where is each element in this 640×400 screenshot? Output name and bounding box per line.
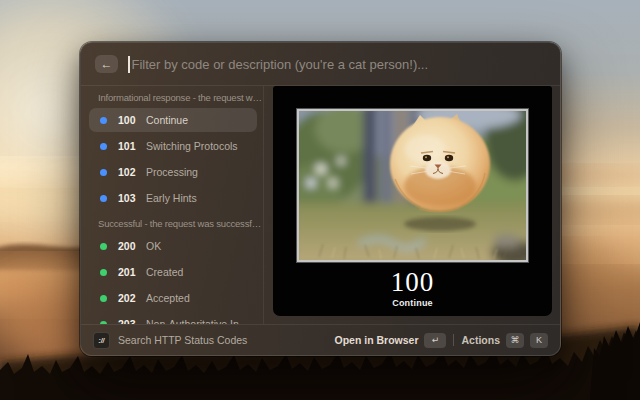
status-code: 102: [118, 166, 144, 178]
http-cat-poster: 100 Continue: [273, 86, 552, 316]
status-description: Switching Protocols: [144, 140, 251, 152]
footer-actions: Open in Browser ↵ Actions ⌘ K: [334, 333, 548, 348]
command-key-icon: ⌘: [506, 333, 524, 348]
status-row-103[interactable]: 103 Early Hints: [89, 186, 257, 210]
flying-cat-illustration: [299, 111, 526, 260]
detail-panel: 100 Continue: [264, 86, 560, 324]
status-description: Accepted: [144, 292, 251, 304]
status-row-200[interactable]: 200 OK: [89, 234, 257, 258]
status-description: OK: [144, 240, 251, 252]
actions-menu-button[interactable]: Actions ⌘ K: [461, 333, 548, 348]
back-button[interactable]: ←: [95, 55, 118, 73]
cat-photo: [297, 109, 528, 262]
status-code: 202: [118, 292, 144, 304]
search-bar: ←: [81, 43, 560, 86]
status-description: Processing: [144, 166, 251, 178]
extension-title: Search HTTP Status Codes: [118, 334, 334, 346]
status-dot-blue: [100, 143, 107, 150]
status-row-203[interactable]: 203 Non-Authoritative Informa…: [89, 312, 257, 324]
status-code: 201: [118, 266, 144, 278]
status-code: 200: [118, 240, 144, 252]
search-input[interactable]: [132, 57, 547, 72]
k-key-icon: K: [530, 333, 548, 348]
status-dot-green: [100, 243, 107, 250]
open-in-browser-button[interactable]: Open in Browser ↵: [334, 333, 446, 348]
text-caret: [128, 56, 130, 73]
raycast-window: ← Informational response - the request w…: [80, 42, 561, 356]
open-in-browser-label: Open in Browser: [334, 334, 418, 346]
section-header-informational: Informational response - the request w…: [81, 86, 263, 108]
status-code-list: Informational response - the request w… …: [81, 86, 264, 324]
footer-separator: [453, 334, 454, 346]
status-code: 101: [118, 140, 144, 152]
status-row-102[interactable]: 102 Processing: [89, 160, 257, 184]
status-dot-green: [100, 295, 107, 302]
status-row-202[interactable]: 202 Accepted: [89, 286, 257, 310]
extension-icon: ://: [93, 332, 110, 349]
status-row-201[interactable]: 201 Created: [89, 260, 257, 284]
footer-bar: :// Search HTTP Status Codes Open in Bro…: [81, 324, 560, 355]
status-dot-green: [100, 269, 107, 276]
content-area: Informational response - the request w… …: [81, 86, 560, 324]
poster-status-code: 100: [391, 268, 435, 296]
status-description: Created: [144, 266, 251, 278]
http-slashes-glyph: ://: [99, 337, 105, 344]
status-description: Early Hints: [144, 192, 251, 204]
return-key-icon: ↵: [424, 333, 446, 348]
status-dot-blue: [100, 195, 107, 202]
section-header-successful: Successful - the request was successf…: [81, 212, 263, 234]
status-dot-blue: [100, 169, 107, 176]
back-arrow-icon: ←: [101, 57, 113, 71]
status-row-101[interactable]: 101 Switching Protocols: [89, 134, 257, 158]
status-description: Continue: [144, 114, 251, 126]
poster-caption: Continue: [392, 298, 433, 308]
actions-label: Actions: [461, 334, 500, 346]
status-dot-blue: [100, 117, 107, 124]
status-code: 103: [118, 192, 144, 204]
status-row-100[interactable]: 100 Continue: [89, 108, 257, 132]
status-code: 100: [118, 114, 144, 126]
